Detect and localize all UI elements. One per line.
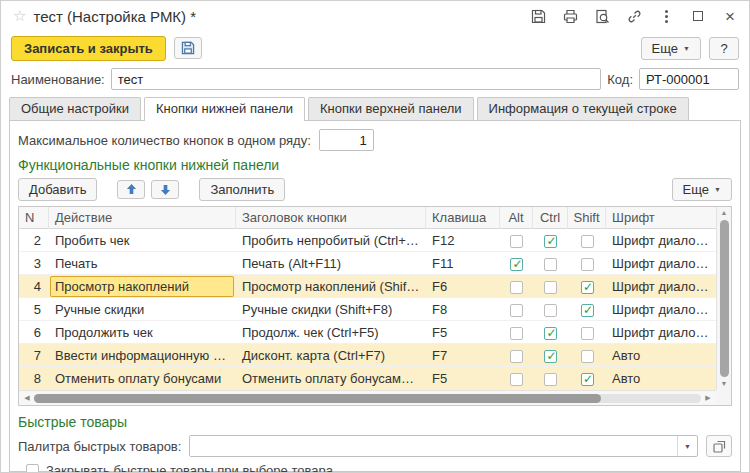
fill-button[interactable]: Заполнить (199, 178, 285, 201)
cell-button-caption[interactable]: Продолж. чек (Ctrl+F5) (236, 321, 426, 344)
cell-action[interactable]: Печать (49, 252, 236, 275)
cell-action[interactable]: Отменить оплату бонусами (49, 367, 236, 390)
shift-checkbox[interactable] (581, 258, 594, 271)
scroll-left-icon[interactable]: ◀ (22, 394, 32, 402)
horizontal-scrollbar-thumb[interactable] (34, 394, 601, 403)
cell-button-caption[interactable]: Отменить оплату бонусами (Shift... (236, 367, 426, 390)
table-row[interactable]: 3 Печать Печать (Alt+F11) F11 Шрифт диал… (19, 252, 716, 275)
tab-general-settings[interactable]: Общие настройки (9, 97, 141, 120)
scroll-up-icon[interactable]: ▲ (721, 207, 728, 219)
ctrl-checkbox[interactable] (544, 373, 557, 386)
preview-icon[interactable] (593, 7, 611, 25)
cell-action[interactable]: Просмотр накоплений (50, 276, 234, 297)
save-button[interactable] (174, 37, 202, 59)
cell-button-caption[interactable]: Ручные скидки (Shift+F8) (236, 298, 426, 321)
close-quick-goods-checkbox[interactable] (26, 464, 39, 473)
shift-checkbox[interactable] (581, 304, 594, 317)
favorite-star-icon[interactable]: ☆ (13, 7, 26, 25)
ctrl-checkbox[interactable] (544, 281, 557, 294)
alt-checkbox[interactable] (510, 304, 523, 317)
cell-button-caption[interactable]: Пробить непробитый (Ctrl+F12) (236, 229, 426, 252)
name-input[interactable] (111, 68, 602, 90)
alt-checkbox[interactable] (510, 281, 523, 294)
cell-button-caption[interactable]: Просмотр накоплений (Shift+F6) (236, 275, 426, 298)
table-row[interactable]: 8 Отменить оплату бонусами Отменить опла… (19, 367, 716, 390)
vertical-scrollbar[interactable]: ▲ ▼ (716, 207, 731, 390)
column-header-alt[interactable]: Alt (500, 207, 533, 229)
table-more-button[interactable]: Еще▼ (672, 178, 732, 201)
help-button[interactable]: ? (709, 37, 739, 60)
column-header-shift[interactable]: Shift (568, 207, 606, 229)
shift-checkbox[interactable] (581, 373, 594, 386)
palette-open-button[interactable] (706, 435, 732, 457)
cell-button-caption[interactable]: Печать (Alt+F11) (236, 252, 426, 275)
save-icon[interactable] (529, 7, 547, 25)
alt-checkbox[interactable] (510, 373, 523, 386)
cell-key[interactable]: F12 (426, 229, 500, 252)
tab-current-row-info[interactable]: Информация о текущей строке (477, 97, 689, 120)
cell-action[interactable]: Продолжить чек (49, 321, 236, 344)
cell-button-caption[interactable]: Дисконт. карта (Ctrl+F7) (236, 344, 426, 367)
cell-key[interactable]: F8 (426, 298, 500, 321)
max-buttons-input[interactable] (319, 129, 374, 151)
palette-dropdown-icon[interactable]: ▼ (677, 436, 697, 456)
cell-key[interactable]: F6 (426, 275, 500, 298)
move-down-button[interactable] (151, 180, 179, 199)
ctrl-checkbox[interactable] (544, 258, 557, 271)
cell-action[interactable]: Пробить чек (49, 229, 236, 252)
scroll-right-icon[interactable]: ▶ (703, 394, 713, 402)
cell-font[interactable]: Авто (606, 344, 716, 367)
link-icon[interactable] (625, 7, 643, 25)
column-header-action[interactable]: Действие (49, 207, 236, 229)
cell-key[interactable]: F7 (426, 344, 500, 367)
ctrl-checkbox[interactable] (544, 304, 557, 317)
table-row[interactable]: 6 Продолжить чек Продолж. чек (Ctrl+F5) … (19, 321, 716, 344)
cell-font[interactable]: Шрифт диалогов ... (606, 252, 716, 275)
cell-key[interactable]: F5 (426, 367, 500, 390)
cell-action[interactable]: Ввести информационную карту (49, 344, 236, 367)
palette-input[interactable] (190, 436, 677, 456)
shift-checkbox[interactable] (581, 327, 594, 340)
column-header-ctrl[interactable]: Ctrl (533, 207, 568, 229)
cell-font[interactable]: Авто (606, 367, 716, 390)
cell-font[interactable]: Шрифт диалогов ... (606, 321, 716, 344)
table-row[interactable]: 7 Ввести информационную карту Дисконт. к… (19, 344, 716, 367)
close-icon[interactable]: × (721, 7, 739, 25)
shift-checkbox[interactable] (581, 235, 594, 248)
table-row[interactable]: 4 Просмотр накоплений Просмотр накоплени… (19, 275, 716, 298)
shift-checkbox[interactable] (581, 350, 594, 363)
horizontal-scrollbar[interactable]: ◀ ▶ (19, 390, 716, 405)
column-header-n[interactable]: N (19, 207, 49, 229)
alt-checkbox[interactable] (510, 258, 523, 271)
tab-bottom-panel-buttons[interactable]: Кнопки нижней панели (144, 97, 305, 121)
maximize-icon[interactable] (689, 7, 707, 25)
ctrl-checkbox[interactable] (544, 235, 557, 248)
column-header-font[interactable]: Шрифт (606, 207, 716, 229)
cell-key[interactable]: F5 (426, 321, 500, 344)
add-button[interactable]: Добавить (18, 178, 97, 201)
ctrl-checkbox[interactable] (544, 350, 557, 363)
ctrl-checkbox[interactable] (544, 327, 557, 340)
cell-font[interactable]: Шрифт диалогов ... (606, 275, 716, 298)
code-input[interactable] (639, 68, 739, 90)
column-header-key[interactable]: Клавиша (426, 207, 500, 229)
move-up-button[interactable] (117, 180, 145, 199)
table-row[interactable]: 5 Ручные скидки Ручные скидки (Shift+F8)… (19, 298, 716, 321)
shift-checkbox[interactable] (581, 281, 594, 294)
alt-checkbox[interactable] (510, 235, 523, 248)
menu-dots-icon[interactable] (657, 7, 675, 25)
alt-checkbox[interactable] (510, 327, 523, 340)
print-icon[interactable] (561, 7, 579, 25)
more-button[interactable]: Еще▼ (641, 37, 701, 60)
save-close-button[interactable]: Записать и закрыть (11, 36, 166, 61)
horizontal-scrollbar-track[interactable] (34, 394, 701, 403)
alt-checkbox[interactable] (510, 350, 523, 363)
cell-key[interactable]: F11 (426, 252, 500, 275)
cell-font[interactable]: Шрифт диалогов ... (606, 229, 716, 252)
column-header-caption[interactable]: Заголовок кнопки (236, 207, 426, 229)
vertical-scrollbar-thumb[interactable] (720, 220, 729, 377)
tab-top-panel-buttons[interactable]: Кнопки верхней панели (308, 97, 474, 120)
scroll-down-icon[interactable]: ▼ (721, 378, 728, 390)
table-row[interactable]: 2 Пробить чек Пробить непробитый (Ctrl+F… (19, 229, 716, 252)
cell-font[interactable]: Шрифт диалогов ... (606, 298, 716, 321)
